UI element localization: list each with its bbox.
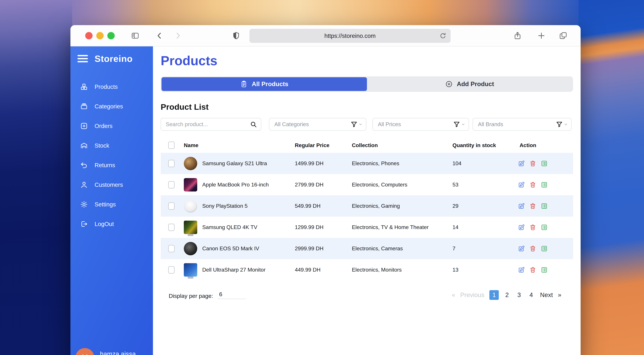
filter-prices[interactable]: All Prices: [372, 118, 469, 131]
share-icon[interactable]: [513, 31, 522, 40]
filter-row: All Categories All Prices All Brands: [161, 118, 573, 131]
product-collection: Electronics, Gaming: [348, 203, 449, 209]
edit-button[interactable]: [518, 181, 525, 188]
delete-button[interactable]: [529, 224, 536, 231]
header-name: Name: [174, 142, 292, 148]
delete-button[interactable]: [529, 245, 536, 252]
pagination-first-icon[interactable]: «: [452, 292, 455, 299]
wallpaper-top-region: [72, 0, 582, 27]
pagination-pages: 1234: [489, 290, 535, 300]
delete-button[interactable]: [529, 160, 536, 167]
details-button[interactable]: [541, 224, 548, 231]
filter-label: All Brands: [478, 121, 556, 127]
table-header: Name Regular Price Collection Quantity i…: [161, 138, 573, 153]
row-checkbox[interactable]: [168, 181, 174, 188]
pagination-last-icon[interactable]: »: [558, 292, 561, 299]
table-row: Apple MacBook Pro 16-inch2799.99 DHElect…: [161, 174, 573, 195]
filter-brands[interactable]: All Brands: [472, 118, 572, 131]
pagination: « Previous 1234 Next »: [452, 290, 561, 300]
product-image-phone: [184, 157, 197, 170]
delete-button[interactable]: [529, 203, 536, 210]
row-checkbox[interactable]: [168, 202, 174, 210]
details-button[interactable]: [541, 203, 548, 210]
delete-button[interactable]: [529, 266, 536, 273]
brand-logo: Storeino: [94, 53, 133, 64]
page-button-2[interactable]: 2: [503, 290, 511, 300]
row-checkbox[interactable]: [168, 245, 174, 252]
details-button[interactable]: [541, 160, 548, 167]
sidebar-item-returns[interactable]: Returns: [70, 155, 153, 175]
wallpaper-left-region: [0, 0, 72, 355]
zoom-button[interactable]: [107, 32, 115, 39]
tab-overview-icon[interactable]: [559, 31, 568, 40]
sidebar-item-label: Orders: [94, 123, 112, 129]
reload-icon[interactable]: [439, 32, 446, 39]
row-checkbox[interactable]: [168, 266, 174, 274]
main-content: Products All Products Add Product Produc…: [153, 46, 580, 355]
product-price: 1499.99 DH: [292, 160, 348, 167]
table-row: Sony PlayStation 5549.99 DHElectronics, …: [161, 195, 573, 217]
filter-label: All Categories: [274, 121, 350, 127]
edit-button[interactable]: [518, 266, 525, 273]
row-checkbox[interactable]: [168, 224, 174, 231]
pagination-previous[interactable]: Previous: [460, 292, 484, 299]
page-button-3[interactable]: 3: [515, 290, 523, 300]
close-button[interactable]: [85, 32, 92, 39]
new-tab-icon[interactable]: [537, 31, 546, 40]
edit-button[interactable]: [518, 224, 525, 231]
sidebar-item-categories[interactable]: Categories: [70, 96, 153, 116]
page-button-4[interactable]: 4: [527, 290, 535, 300]
display-per-page-input[interactable]: 6: [218, 291, 246, 299]
product-collection: Electronics, TV & Home Theater: [348, 224, 449, 230]
search-input[interactable]: [166, 121, 250, 127]
hamburger-menu-icon[interactable]: [78, 55, 88, 62]
header-quantity: Quantity in stock: [449, 142, 516, 148]
app-sidebar: Storeino ProductsCategoriesOrdersStockRe…: [70, 46, 153, 355]
sidebar-item-stock[interactable]: Stock: [70, 136, 153, 155]
product-price: 549.99 DH: [292, 203, 348, 209]
back-icon[interactable]: [155, 31, 164, 40]
sidebar-item-label: Returns: [94, 162, 115, 169]
details-button[interactable]: [541, 245, 548, 252]
product-quantity: 29: [449, 203, 516, 209]
address-bar[interactable]: https://storeino.com: [250, 29, 451, 43]
pagination-next[interactable]: Next: [540, 292, 553, 299]
filter-categories[interactable]: All Categories: [269, 118, 366, 131]
minimize-button[interactable]: [96, 32, 104, 39]
page-button-1[interactable]: 1: [489, 290, 499, 300]
details-button[interactable]: [541, 266, 548, 273]
sidebar-item-orders[interactable]: Orders: [70, 116, 153, 136]
edit-button[interactable]: [518, 245, 525, 252]
table-row: Samsung Galaxy S21 Ultra1499.99 DHElectr…: [161, 153, 573, 174]
tab-add-product[interactable]: Add Product: [367, 77, 572, 91]
sidebar-item-label: Categories: [94, 103, 123, 110]
avatar: H: [76, 348, 94, 355]
sidebar-item-products[interactable]: Products: [70, 77, 153, 96]
sidebar-item-customers[interactable]: Customers: [70, 175, 153, 195]
customers-icon: [80, 181, 88, 189]
sidebar-toggle-icon[interactable]: [131, 31, 140, 40]
edit-button[interactable]: [518, 160, 525, 167]
sidebar-item-settings[interactable]: Settings: [70, 195, 153, 214]
products-icon: [80, 83, 88, 91]
product-image-monitor: [184, 263, 197, 277]
search-icon[interactable]: [250, 121, 257, 128]
delete-button[interactable]: [529, 181, 536, 188]
privacy-shield-icon[interactable]: [232, 31, 240, 40]
sidebar-item-label: LogOut: [94, 221, 114, 227]
product-quantity: 13: [449, 267, 516, 273]
row-checkbox[interactable]: [168, 160, 174, 167]
stock-icon: [80, 142, 88, 149]
user-profile[interactable]: H hamza aissa employee: [76, 348, 136, 355]
edit-button[interactable]: [518, 203, 525, 210]
sidebar-item-label: Customers: [94, 181, 123, 188]
table-body: Samsung Galaxy S21 Ultra1499.99 DHElectr…: [161, 153, 573, 281]
filter-label: All Prices: [378, 121, 453, 127]
funnel-icon: [453, 121, 460, 128]
select-all-checkbox[interactable]: [168, 142, 174, 149]
tab-all-products[interactable]: All Products: [162, 77, 367, 91]
sidebar-item-logout[interactable]: LogOut: [70, 214, 153, 234]
plus-circle-icon: [445, 80, 453, 88]
forward-icon[interactable]: [174, 31, 182, 40]
details-button[interactable]: [541, 181, 548, 188]
